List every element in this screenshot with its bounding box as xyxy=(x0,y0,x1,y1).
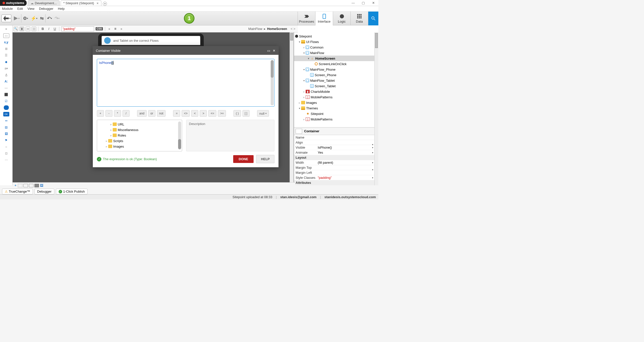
widget-form[interactable]: ▤ xyxy=(3,125,9,130)
prop-align[interactable]: Align▾ xyxy=(294,140,374,145)
app-tab-sitepoint[interactable]: * Sitepoint (Sitepoint)× xyxy=(61,0,101,6)
dialog-close-button[interactable]: ✕ xyxy=(273,49,275,53)
tree-item-mainflow-phone[interactable]: ▾▢MainFlow_Phone xyxy=(294,67,374,72)
func-scripts[interactable]: ▹Scripts xyxy=(98,138,181,144)
dialog-maximize-button[interactable]: ▭ xyxy=(267,49,270,53)
op-lte[interactable]: <= xyxy=(208,110,216,117)
canvas-scrollbar[interactable] xyxy=(290,32,294,185)
breadcrumb-screen[interactable]: HomeScreen xyxy=(267,27,287,31)
breadcrumb-flow[interactable]: MainFlow xyxy=(248,27,262,31)
tab-logic[interactable]: Logic xyxy=(333,12,351,25)
right-scrollbar[interactable] xyxy=(374,32,378,185)
widget-link[interactable]: ⇔ xyxy=(3,118,9,123)
minimize-button[interactable]: — xyxy=(348,0,358,6)
op-gt[interactable]: > xyxy=(200,110,207,117)
function-tree[interactable]: ▹URL▹Miscellaneous▹Roles▹Scripts▹Images xyxy=(97,120,182,151)
op-and[interactable]: and xyxy=(137,110,147,117)
widget-tree-button[interactable]: 🔍 xyxy=(14,27,18,31)
op-lt[interactable]: < xyxy=(191,110,198,117)
func-roles[interactable]: ▹Roles xyxy=(98,133,181,138)
puzzle-icon[interactable]: ✦ xyxy=(14,184,17,187)
op-mult[interactable]: * xyxy=(114,110,121,117)
op-neq[interactable]: <> xyxy=(182,110,190,117)
op-eq[interactable]: = xyxy=(173,110,180,117)
image-icon[interactable]: 🖼 xyxy=(40,184,43,187)
dependencies-button[interactable]: ⇋ xyxy=(40,16,44,21)
expression-input[interactable]: IsPhone() xyxy=(97,59,274,107)
align-center-button[interactable]: ≣ xyxy=(113,27,118,31)
widget-more[interactable]: ⋯ xyxy=(3,158,9,162)
func-url[interactable]: ▹URL xyxy=(98,121,181,127)
tab-truechange[interactable]: ⚠TrueChange™ xyxy=(2,189,33,194)
italic-button[interactable]: I xyxy=(47,27,51,31)
widget-flag[interactable]: ⚑ xyxy=(3,138,9,143)
close-icon[interactable]: × xyxy=(97,2,99,5)
op-minus[interactable]: - xyxy=(105,110,112,117)
prop-margin-left[interactable]: Margin Left xyxy=(294,170,374,175)
device-phone-button[interactable]: ▮ xyxy=(20,27,24,31)
menu-help[interactable]: Help xyxy=(58,7,65,11)
align-left-button[interactable]: ≡ xyxy=(107,27,112,31)
tab-publish[interactable]: ✓1-Click Publish xyxy=(56,189,88,194)
widget-text[interactable]: a▾ xyxy=(3,66,9,71)
layout-box-3[interactable] xyxy=(29,184,33,187)
help-button[interactable]: HELP xyxy=(256,155,274,163)
tree-item-images[interactable]: ▹Images xyxy=(294,100,374,105)
functree-scrollbar[interactable] xyxy=(178,139,181,149)
tree-item-screenlinkonclick[interactable]: ScreenLinkOnClick xyxy=(294,61,374,67)
dialog-titlebar[interactable]: Container Visible ▭✕ xyxy=(93,46,278,55)
tree-item-sitepoint[interactable]: ✺Sitepoint xyxy=(294,111,374,116)
code-view-button[interactable]: < > xyxy=(291,27,295,31)
widget-if[interactable]: ◆ xyxy=(3,60,9,64)
menu-view[interactable]: View xyxy=(27,7,34,11)
tab-interface[interactable]: Interface xyxy=(315,12,333,25)
widget-xy[interactable]: x,y xyxy=(3,40,9,45)
style-class-input[interactable] xyxy=(61,26,94,31)
widget-container[interactable]: ▭ xyxy=(3,33,9,38)
prop-margin-top[interactable]: Margin Top▾ xyxy=(294,165,374,170)
op-not[interactable]: not xyxy=(157,110,166,117)
tree-item-chartsmobile[interactable]: ▹▮ChartsMobile xyxy=(294,89,374,94)
device-tablet-button[interactable]: ▭ xyxy=(26,27,30,31)
nav-forward-button[interactable]: ▾ xyxy=(14,16,20,20)
tree-item-ui-flows[interactable]: ▾UI Flows xyxy=(294,39,374,45)
nav-back-button[interactable]: ▾ xyxy=(2,15,11,22)
tree-item-themes[interactable]: ▾Themes xyxy=(294,105,374,111)
device-split-button[interactable]: ◫ xyxy=(32,27,36,31)
tree-root[interactable]: Sitepoint xyxy=(294,33,374,39)
widget-label[interactable]: A̲ xyxy=(3,73,9,77)
func-miscellaneous[interactable]: ▹Miscellaneous xyxy=(98,127,181,133)
op-brackets[interactable]: [ ] xyxy=(243,110,250,117)
tree-item-mobilepatterns[interactable]: ▹▯MobilePatterns xyxy=(294,116,374,122)
op-div[interactable]: / xyxy=(123,110,130,117)
css-button[interactable]: CSS xyxy=(96,27,103,30)
tree-item-mainflow-tablet[interactable]: ▾▢MainFlow_Tablet xyxy=(294,78,374,83)
done-button[interactable]: DONE xyxy=(233,155,254,163)
prop-name[interactable]: Name xyxy=(294,135,374,140)
tree-item-screen-phone[interactable]: ▯Screen_Phone xyxy=(294,72,374,78)
tab-debugger[interactable]: Debugger xyxy=(34,189,54,194)
search-button[interactable] xyxy=(368,12,378,25)
widget-checkbox[interactable]: ☑ xyxy=(3,99,9,103)
redo-button[interactable]: ↷▾ xyxy=(55,16,60,21)
prop-visible[interactable]: VisibleIsPhone()▾ xyxy=(294,145,374,150)
prop-style-classes[interactable]: Style Classes"padding"▾ xyxy=(294,175,374,180)
widget-list[interactable]: ☰ xyxy=(3,53,9,58)
layout-box-4[interactable] xyxy=(34,184,39,187)
menu-module[interactable]: Module xyxy=(2,7,13,11)
tabs-dropdown[interactable]: ▾ xyxy=(103,2,107,6)
widget-circle[interactable]: ○ xyxy=(3,145,9,149)
plug-button[interactable]: ⚡▾ xyxy=(31,16,37,21)
layout-box-1[interactable] xyxy=(18,184,22,187)
op-parens[interactable]: ( ) xyxy=(233,110,241,117)
widget-image[interactable]: 🖼 xyxy=(3,132,9,136)
widget-heading[interactable]: A: xyxy=(3,79,9,84)
app-tab-development[interactable]: ☁Development... xyxy=(28,0,59,6)
menu-debugger[interactable]: Debugger xyxy=(39,7,53,11)
maximize-button[interactable]: ▢ xyxy=(358,0,368,6)
tree-item-mainflow[interactable]: ▾▢MainFlow xyxy=(294,50,374,56)
align-right-button[interactable]: ≡ xyxy=(119,27,124,31)
widget-button[interactable]: OK xyxy=(3,112,9,116)
menu-edit[interactable]: Edit xyxy=(17,7,23,11)
tree-item-mobilepatterns[interactable]: ▹▯MobilePatterns xyxy=(294,94,374,100)
